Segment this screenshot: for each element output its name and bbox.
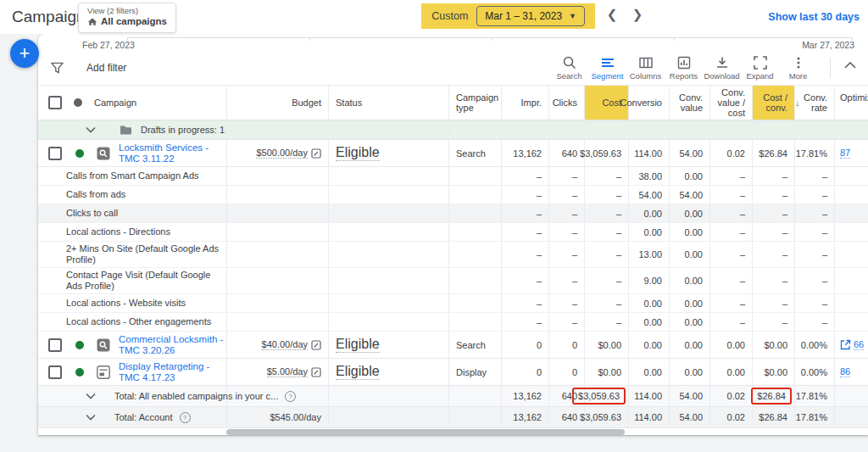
cell-metric: 17.81%: [795, 407, 835, 427]
cell-metric: [795, 120, 835, 139]
budget-value[interactable]: $500.00/day: [256, 148, 308, 159]
cell-metric: 0.00: [710, 332, 753, 358]
optimization-score-link[interactable]: 86: [840, 366, 850, 377]
cell-metric: –: [753, 223, 795, 241]
view-filters-chip[interactable]: View (2 filters) All campaigns: [78, 3, 176, 33]
table-row: 2+ Mins On Site (Default Google Ads Prof…: [38, 242, 868, 268]
collapse-table-button[interactable]: [844, 61, 856, 69]
header-conversions[interactable]: Conversio: [620, 98, 662, 108]
header-optimization-score[interactable]: Optimization score: [840, 92, 868, 113]
header-conv-value[interactable]: Conv. value: [670, 92, 703, 113]
budget-value[interactable]: $40.00/day: [262, 339, 308, 350]
toolbar-label: Download: [704, 71, 739, 81]
header-cost[interactable]: Cost: [602, 98, 621, 108]
segment-label: Calls from ads: [38, 187, 125, 202]
status-dot: [75, 341, 84, 349]
status-value[interactable]: Eligible: [336, 337, 380, 353]
cell-campaign: Locksmith Services - TMC 3.11.22: [38, 140, 227, 166]
campaign-name-link[interactable]: Locksmith Services - TMC 3.11.22: [119, 142, 226, 165]
optimization-score-link[interactable]: 66: [854, 339, 864, 350]
campaign-name-link[interactable]: Commercial Locksmith - TMC 3.20.26: [119, 334, 226, 356]
reports-icon: [676, 55, 692, 70]
toolbar-columns-button[interactable]: Columns: [626, 55, 665, 81]
cell-metric: –: [795, 313, 835, 331]
toolbar-label: More: [789, 71, 808, 81]
next-period-button[interactable]: ❯: [629, 7, 646, 22]
row-checkbox[interactable]: [48, 366, 62, 379]
cell-status: [329, 223, 449, 241]
row-checkbox[interactable]: [48, 338, 62, 352]
cell-status: [329, 313, 449, 331]
cell-optimization-score: 86: [835, 359, 868, 385]
cell-budget: [227, 242, 329, 267]
new-campaign-button[interactable]: +: [10, 39, 39, 68]
campaigns-table-card: Feb 27, 2023 Mar 27, 2023 Add filter Sea…: [38, 34, 868, 435]
chevron-down-icon[interactable]: [86, 393, 96, 399]
cell-metric: –: [585, 313, 629, 331]
edit-budget-icon[interactable]: [311, 367, 321, 377]
cell-status: [329, 268, 449, 293]
cell-metric: [585, 120, 629, 139]
cell-status: Eligible: [329, 359, 449, 385]
toolbar-label: Expand: [746, 71, 773, 81]
cell-optimization-score: [835, 223, 868, 241]
cell-metric: 9.00: [629, 268, 670, 293]
campaign-name-link[interactable]: Display Retargeting - TMC 4.17.23: [119, 361, 226, 383]
cell-status: [329, 386, 449, 406]
help-icon[interactable]: ?: [180, 412, 191, 423]
cell-metric: 0.00: [670, 313, 710, 331]
edit-budget-icon[interactable]: [311, 148, 321, 159]
cell-optimization-score: [835, 407, 868, 427]
optimization-score-link[interactable]: 87: [840, 148, 850, 159]
header-conv-rate[interactable]: Conv. rate: [802, 92, 828, 113]
cell-metric: 0.00: [629, 332, 670, 358]
budget-value[interactable]: $5.00/day: [267, 366, 308, 377]
horizontal-scrollbar-thumb[interactable]: [226, 429, 625, 435]
table-row: Total: Account?$545.00/day13,162640$3,05…: [38, 407, 868, 428]
cell-metric: 114.00: [629, 140, 670, 166]
header-impr[interactable]: Impr.: [521, 98, 542, 108]
prev-period-button[interactable]: ❮: [604, 7, 620, 22]
toolbar-segment-button[interactable]: Segment: [588, 55, 626, 81]
cell-metric: –: [710, 313, 753, 331]
header-cost-conv[interactable]: Cost / conv.: [753, 92, 787, 113]
table-row: Display Retargeting - TMC 4.17.23$5.00/d…: [38, 359, 868, 386]
header-campaign[interactable]: Campaign: [94, 98, 136, 108]
cell-optimization-score: [835, 167, 868, 185]
date-range-dropdown[interactable]: Mar 1 – 31, 2023 ▼: [476, 6, 585, 26]
open-in-new-icon: [840, 339, 851, 350]
chevron-down-icon[interactable]: [86, 414, 96, 421]
select-all-checkbox[interactable]: [48, 96, 62, 109]
toolbar-download-button[interactable]: Download: [703, 55, 741, 81]
row-checkbox[interactable]: [48, 147, 62, 160]
toolbar-search-button[interactable]: Search: [550, 55, 588, 81]
view-chip-title: All campaigns: [101, 15, 167, 28]
chevron-down-icon[interactable]: [86, 126, 96, 133]
header-conv-value-cost[interactable]: Conv. value / cost: [710, 87, 745, 118]
cell-campaign-type: [449, 242, 502, 267]
toolbar-label: Segment: [591, 71, 623, 81]
show-last-30-days-link[interactable]: Show last 30 days: [768, 11, 860, 23]
header-clicks[interactable]: Clicks: [553, 98, 577, 108]
add-filter-button[interactable]: Add filter: [86, 62, 126, 74]
page-background: Feb 27, 2023 Mar 27, 2023 Add filter Sea…: [0, 34, 868, 452]
status-value[interactable]: Eligible: [336, 364, 380, 380]
toolbar-reports-button[interactable]: Reports: [665, 55, 703, 81]
display-campaign-icon: [97, 366, 110, 379]
cell-metric: $3,059.63: [585, 386, 629, 406]
toolbar-expand-button[interactable]: Expand: [741, 55, 779, 81]
header-status[interactable]: Status: [336, 98, 362, 108]
header-campaign-type[interactable]: Campaign type: [456, 92, 498, 113]
cell-budget: [227, 268, 329, 293]
table-row: Locksmith Services - TMC 3.11.22$500.00/…: [38, 140, 868, 167]
header-budget[interactable]: Budget: [292, 98, 321, 108]
search-icon: [562, 55, 577, 70]
cell-metric: 0.00: [670, 359, 710, 385]
filter-icon[interactable]: [50, 61, 64, 75]
toolbar-more-button[interactable]: More: [779, 55, 817, 81]
edit-budget-icon[interactable]: [311, 340, 321, 350]
cell-metric: –: [585, 204, 629, 222]
cell-metric: –: [585, 223, 629, 241]
status-value[interactable]: Eligible: [336, 145, 380, 161]
toolbar-label: Search: [556, 71, 581, 81]
